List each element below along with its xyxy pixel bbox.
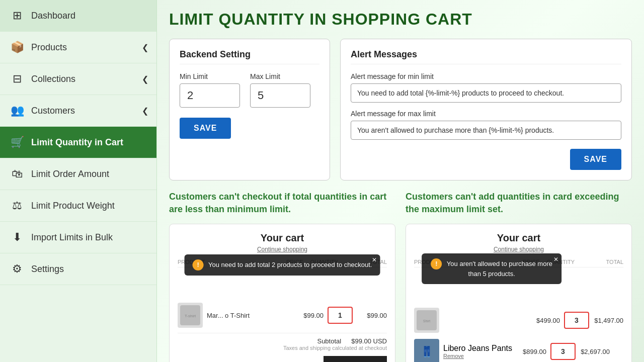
right-cart-row-2: 👖 Libero Jeans Pants Remove $899.00 3 $2… bbox=[414, 339, 623, 362]
alert-min-input[interactable] bbox=[351, 83, 621, 103]
sidebar-item-label: Collections bbox=[31, 74, 75, 84]
warning-icon: ! bbox=[193, 259, 204, 270]
right-product1-total: $1,497.00 bbox=[593, 317, 623, 324]
sidebar-item-collections[interactable]: ⊟ Collections ❮ bbox=[0, 63, 156, 95]
main-content: LIMIT QUANTITY IN SHOPPING CART Backend … bbox=[157, 0, 644, 362]
right-product1-price: $499.00 bbox=[530, 317, 560, 324]
sidebar-item-settings[interactable]: ⚙ Settings bbox=[0, 253, 156, 285]
min-limit-label: Min Limit bbox=[180, 72, 240, 80]
right-continue-shopping[interactable]: Continue shopping bbox=[414, 246, 623, 253]
subtotal-value: $99.00 USD bbox=[351, 337, 387, 345]
alert-save-row: SAVE bbox=[351, 147, 621, 170]
right-alert-msg: You aren't allowed to purchase more than… bbox=[447, 260, 552, 278]
left-alert-msg: You need to add total 2 products to proc… bbox=[208, 261, 372, 268]
subtotal-label: Subtotal bbox=[317, 337, 341, 345]
left-product-price: $99.00 bbox=[293, 312, 324, 319]
sidebar-item-import-limits-bulk[interactable]: ⬇ Import Limits in Bulk bbox=[0, 222, 156, 253]
sidebar-item-label: Limit Product Weight bbox=[31, 201, 115, 211]
preview-left-card: Your cart Continue shopping PRODUCT PRIC… bbox=[169, 224, 395, 362]
limit-weight-icon: ⚖ bbox=[10, 199, 24, 212]
left-product-name: Mar... o T-Shirt bbox=[207, 312, 289, 319]
taxes-text: Taxes and shipping calculated at checkou… bbox=[283, 345, 387, 351]
sidebar-item-customers[interactable]: 👥 Customers ❮ bbox=[0, 95, 156, 127]
preview-row: Your cart Continue shopping PRODUCT PRIC… bbox=[169, 224, 632, 362]
products-icon: 📦 bbox=[10, 41, 24, 54]
right-product2-info: Libero Jeans Pants Remove bbox=[443, 344, 512, 359]
max-limit-input[interactable] bbox=[250, 83, 310, 108]
right-cart-row-1: Shirt $499.00 3 $1,497.00 bbox=[414, 308, 623, 333]
svg-text:T-shirt: T-shirt bbox=[185, 314, 196, 318]
alert-card-title: Alert Messages bbox=[351, 49, 621, 64]
sidebar-item-label: Customers bbox=[31, 106, 75, 116]
left-continue-shopping[interactable]: Continue shopping bbox=[178, 246, 387, 253]
alert-messages-card: Alert Messages Alert message for min lim… bbox=[340, 39, 632, 180]
sidebar-item-label: Import Limits in Bulk bbox=[31, 232, 113, 243]
sidebar-item-dashboard[interactable]: ⊞ Dashboard bbox=[0, 0, 156, 32]
left-cart-row: T-shirt Mar... o T-Shirt $99.00 1 $99.00 bbox=[178, 303, 387, 328]
max-limit-label: Max Limit bbox=[250, 72, 310, 80]
right-product2-total: $2,697.00 bbox=[580, 348, 610, 355]
preview-right-card: Your cart Continue shopping PRODUCT PRIC… bbox=[406, 224, 632, 362]
right-qty-box-2[interactable]: 3 bbox=[550, 343, 576, 360]
left-product-total: $99.00 bbox=[357, 312, 387, 319]
right-cart-title: Your cart bbox=[414, 232, 623, 244]
product1-thumbnail: Shirt bbox=[414, 308, 439, 333]
chevron-icon: ❮ bbox=[142, 106, 148, 116]
sidebar-item-products[interactable]: 📦 Products ❮ bbox=[0, 32, 156, 63]
backend-card-title: Backend Setting bbox=[180, 49, 319, 64]
sidebar-item-label: Dashboard bbox=[31, 11, 75, 21]
description-row: Customers can't checkout if total quanti… bbox=[169, 191, 632, 216]
limit-inputs-row: Min Limit Max Limit bbox=[180, 72, 319, 108]
settings-icon: ⚙ bbox=[10, 262, 24, 276]
subtotal-row: Subtotal $99.00 USD bbox=[178, 333, 387, 345]
alert-max-label: Alert message for max limit bbox=[351, 110, 621, 118]
header-total: TOTAL bbox=[582, 259, 623, 265]
product-thumbnail: T-shirt bbox=[178, 303, 203, 328]
sidebar-item-label: Limit Order Amount bbox=[31, 169, 109, 179]
max-limit-group: Max Limit bbox=[250, 72, 310, 108]
limit-quantity-icon: 🛒 bbox=[10, 136, 24, 149]
left-qty-box[interactable]: 1 bbox=[328, 307, 353, 324]
collections-icon: ⊟ bbox=[10, 72, 24, 85]
chevron-icon: ❮ bbox=[142, 43, 148, 52]
customers-icon: 👥 bbox=[10, 104, 24, 117]
desc-left: Customers can't checkout if total quanti… bbox=[169, 191, 395, 216]
desc-right: Customers can't add quantities in card e… bbox=[406, 191, 632, 216]
right-product2-remove[interactable]: Remove bbox=[443, 353, 512, 359]
backend-setting-card: Backend Setting Min Limit Max Limit SAVE bbox=[169, 39, 330, 180]
sidebar-item-label: Limit Quantity in Cart bbox=[31, 137, 123, 148]
dashboard-icon: ⊞ bbox=[10, 9, 24, 22]
sidebar-item-label: Products bbox=[31, 42, 67, 53]
backend-save-button[interactable]: SAVE bbox=[180, 118, 231, 139]
page-title: LIMIT QUANTITY IN SHOPPING CART bbox=[169, 10, 632, 29]
right-qty-box-1[interactable]: 3 bbox=[564, 312, 589, 329]
product2-thumbnail: 👖 bbox=[414, 339, 439, 362]
alert-save-button[interactable]: SAVE bbox=[570, 149, 621, 170]
min-limit-input[interactable] bbox=[180, 83, 240, 108]
close-toast-icon[interactable]: ✕ bbox=[372, 256, 377, 263]
warning-icon-right: ! bbox=[431, 258, 442, 269]
taxes-row: Taxes and shipping calculated at checkou… bbox=[178, 345, 387, 351]
right-alert-toast: ! You aren't allowed to purchase more th… bbox=[422, 253, 561, 284]
close-toast-right-icon[interactable]: ✕ bbox=[553, 255, 558, 264]
sidebar-item-limit-quantity-cart[interactable]: 🛒 Limit Quantity in Cart bbox=[0, 127, 156, 158]
limit-order-icon: 🛍 bbox=[10, 167, 24, 180]
sidebar: ⊞ Dashboard 📦 Products ❮ ⊟ Collections ❮… bbox=[0, 0, 157, 362]
top-cards-row: Backend Setting Min Limit Max Limit SAVE… bbox=[169, 39, 632, 180]
alert-max-input[interactable] bbox=[351, 121, 621, 140]
right-product2-price: $899.00 bbox=[516, 348, 546, 355]
left-cart-title: Your cart bbox=[178, 232, 387, 244]
alert-min-label: Alert message for min limit bbox=[351, 72, 621, 80]
svg-text:Shirt: Shirt bbox=[423, 319, 430, 323]
import-icon: ⬇ bbox=[10, 231, 24, 244]
right-product2-name: Libero Jeans Pants bbox=[443, 344, 512, 353]
sidebar-item-limit-product-weight[interactable]: ⚖ Limit Product Weight bbox=[0, 190, 156, 222]
sidebar-item-limit-order-amount[interactable]: 🛍 Limit Order Amount bbox=[0, 158, 156, 190]
min-limit-group: Min Limit bbox=[180, 72, 240, 108]
chevron-icon: ❮ bbox=[142, 74, 148, 84]
left-alert-toast: ! You need to add total 2 products to pr… bbox=[185, 254, 380, 276]
sidebar-item-label: Settings bbox=[31, 264, 64, 275]
checkout-button[interactable]: CHECK OUT bbox=[324, 356, 387, 362]
